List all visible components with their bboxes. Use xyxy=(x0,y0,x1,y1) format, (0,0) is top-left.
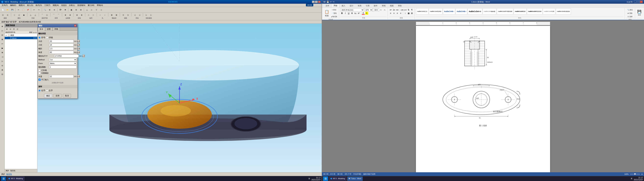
tb-blend2[interactable]: ⌒ xyxy=(56,13,61,17)
word-tab-references[interactable]: 引用 xyxy=(364,4,372,8)
toolbar-cut[interactable]: ✂ xyxy=(16,8,21,12)
toolbar-view1[interactable]: △ xyxy=(85,8,89,12)
underline-btn[interactable]: U xyxy=(347,12,350,15)
dialog-apply-btn[interactable]: 应用 xyxy=(54,94,62,98)
toolbar-shade[interactable]: ◧ xyxy=(69,8,74,12)
tb-helix1[interactable]: ⊞ xyxy=(110,13,114,17)
nav-expand-dizuo[interactable]: ▼ xyxy=(8,37,10,39)
tb-sp2[interactable]: ◁ xyxy=(137,13,142,17)
input-drill-value[interactable] xyxy=(54,54,79,58)
word-restore-btn[interactable]: □ xyxy=(637,1,640,3)
tb-proj2[interactable]: ▷ xyxy=(149,13,153,17)
nav-tab-relation[interactable]: 制关性 xyxy=(10,170,16,172)
tb-dp1[interactable]: ⌒ xyxy=(40,13,44,17)
input-length-value[interactable] xyxy=(49,75,74,78)
menu-help[interactable]: 帮助(H) xyxy=(96,4,104,7)
menu-window[interactable]: 窗口(W) xyxy=(87,4,96,7)
toolbar-zoom-out[interactable]: ⊖ xyxy=(52,8,56,12)
indent-btn[interactable]: ▷≡ xyxy=(404,8,407,12)
tb-ext1[interactable]: ⊙ xyxy=(121,13,126,17)
toolbar-view3[interactable]: ▽ xyxy=(94,8,98,12)
toolbar-new[interactable]: 📄 xyxy=(1,8,5,12)
tb-ext2[interactable]: ⊙ xyxy=(126,13,130,17)
dialog-cancel-btn[interactable]: 取消 xyxy=(63,94,71,98)
left-tool-prev[interactable]: ◁ xyxy=(0,55,4,59)
tb-cyl1[interactable]: □ xyxy=(12,13,16,17)
ribbon-cut-btn[interactable]: ✂ 剪切 xyxy=(330,8,338,12)
multilevel-btn[interactable]: ≡≡ xyxy=(396,8,399,12)
toolbar-zoom-in[interactable]: ⊕ xyxy=(48,8,52,12)
ribbon-format-painter-btn[interactable]: 🖌 格式刷 xyxy=(330,15,338,18)
bullets-btn[interactable]: ≡• xyxy=(389,8,392,12)
tb-blend1[interactable]: ⌒ xyxy=(52,13,56,17)
input-angle-value[interactable] xyxy=(49,51,74,54)
tb-eb2[interactable]: ⊕ xyxy=(68,13,72,17)
word-tab-insert[interactable]: 插入 xyxy=(340,4,348,8)
nav-tab-preview[interactable]: 烤炉 xyxy=(6,170,9,172)
outdent-btn[interactable]: ◁≡ xyxy=(400,8,403,12)
style-strong[interactable]: AaBbCcDd明显强调 xyxy=(527,8,542,14)
numbering-btn[interactable]: 1≡ xyxy=(392,8,396,12)
word-tab-design[interactable]: 设计 xyxy=(348,4,356,8)
tb-ch1[interactable]: ⊗ xyxy=(75,13,79,17)
menu-assembly[interactable]: 装配(A) xyxy=(52,4,60,7)
style-h1[interactable]: AaBbC标题 1 xyxy=(443,8,455,14)
style-list-para[interactable]: AaBbCcDd列表段落 xyxy=(556,8,571,14)
dialog-tab-detail[interactable]: 详细 xyxy=(52,27,60,31)
word-taskbar-nx-btn[interactable]: 🔷 NX 6 - Modeling xyxy=(329,176,346,181)
tb-sh1[interactable]: □ xyxy=(86,13,91,17)
font-increase-btn[interactable]: A↑ xyxy=(379,8,383,12)
tb-sp1[interactable]: ◁ xyxy=(133,13,137,17)
left-tool-redo[interactable]: ▶ xyxy=(0,46,4,50)
nx-minimize-btn[interactable]: _ xyxy=(312,1,314,3)
style-emph[interactable]: AaBbCcDd不明显强调 xyxy=(497,8,513,14)
line-spacing-btn[interactable]: ↕ xyxy=(404,12,407,15)
shading-btn[interactable]: ▦ xyxy=(407,12,410,15)
word-zoom-slider[interactable] xyxy=(630,174,640,174)
word-tab-view[interactable]: 视图 xyxy=(388,4,396,8)
menu-preferences[interactable]: 首选项(N) xyxy=(76,4,86,7)
menu-file[interactable]: 文件(F) xyxy=(1,4,9,7)
select-method[interactable]: Cut Roll xyxy=(49,58,77,61)
thread-type-detail[interactable] xyxy=(46,36,48,39)
cb-sectioned[interactable] xyxy=(38,69,40,72)
align-center-btn[interactable]: ≡ xyxy=(392,12,396,15)
dialog-ok-btn[interactable]: 确定 xyxy=(44,94,52,98)
toolbar-paste[interactable]: 📌 xyxy=(26,8,30,12)
style-strong-emph[interactable]: AaBbCcDd强调 xyxy=(514,8,526,14)
tb-hole2[interactable]: ○ xyxy=(103,13,107,17)
left-tool-snap[interactable]: ▷ xyxy=(0,29,4,33)
toolbar-edge[interactable]: ⊞ xyxy=(79,8,83,12)
dialog-tab-command[interactable]: 命令 xyxy=(38,27,45,31)
word-tab-help[interactable]: 帮助 xyxy=(396,4,404,8)
left-tool-add[interactable]: ⊕ xyxy=(0,68,4,72)
tb-helix2[interactable]: ⊞ xyxy=(114,13,118,17)
nav-tb-list[interactable]: ☰ xyxy=(12,28,16,31)
strikethrough-btn[interactable]: S xyxy=(350,12,354,15)
left-tool-measure[interactable]: ⊞ xyxy=(0,37,4,42)
select-btn[interactable]: ⊡ 选择 xyxy=(626,15,634,18)
nav-item-dizuo[interactable]: ▼ ⊡ dizuo ⊡ ⊡ xyxy=(5,37,37,39)
input-pitch-value[interactable] xyxy=(49,47,74,50)
dialog-close-btn[interactable]: ✕ xyxy=(74,24,76,27)
taskbar-nx-btn[interactable]: 🔷 NX 6 - Modeling xyxy=(7,176,24,181)
left-tool-next[interactable]: ▷ xyxy=(0,59,4,63)
font-size-select[interactable]: 五号 xyxy=(364,8,373,12)
toolbar-pan[interactable]: ✥ xyxy=(63,8,68,12)
menu-view[interactable]: 视图(V) xyxy=(18,4,26,7)
font-name-select[interactable]: 仿宋 (中文正文) xyxy=(340,8,364,12)
radio-right-hand[interactable] xyxy=(38,90,40,92)
tb-proj1[interactable]: ▷ xyxy=(144,13,148,17)
radio-left-hand[interactable] xyxy=(46,90,48,92)
style-nosp[interactable]: AaBbCcDd无间距 xyxy=(429,8,443,14)
ribbon-paste-btn[interactable]: 📋 粘贴 xyxy=(324,9,330,18)
thread-type-symbol[interactable] xyxy=(38,36,40,39)
left-tool-grid[interactable]: ⊡ xyxy=(0,72,4,76)
borders-btn[interactable]: ⊞ xyxy=(410,12,414,15)
menu-info[interactable]: 信息(I) xyxy=(60,4,68,7)
spinner-pitch[interactable]: ▲▼ xyxy=(78,47,80,50)
menu-analysis[interactable]: 分析(L) xyxy=(68,4,76,7)
superscript-btn[interactable]: x² xyxy=(357,12,360,15)
spinner-major[interactable]: ▲▼ xyxy=(78,40,80,43)
nav-expand-root[interactable]: ▼ xyxy=(5,34,7,36)
